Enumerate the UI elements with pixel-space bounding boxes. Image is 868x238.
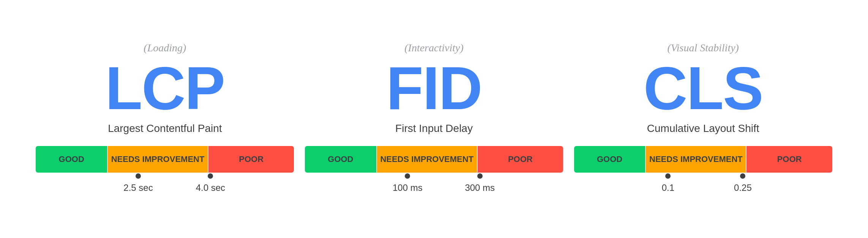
scale-wrapper-cls: GOODNEEDS IMPROVEMENTPOOR0.10.25 (574, 146, 832, 196)
scale-segment-needs-lcp: NEEDS IMPROVEMENT (108, 146, 208, 173)
metric-subtitle-cls: (Visual Stability) (667, 42, 739, 54)
marker-dot (136, 173, 141, 179)
metric-fullname-fid: First Input Delay (395, 122, 473, 135)
marker-dot (208, 173, 213, 179)
metric-card-fid: (Interactivity)FIDFirst Input DelayGOODN… (300, 42, 569, 196)
metrics-container: (Loading)LCPLargest Contentful PaintGOOD… (0, 34, 868, 204)
scale-markers-cls: 0.10.25 (574, 173, 832, 196)
marker-label: 300 ms (465, 182, 495, 193)
marker-dot (740, 173, 745, 179)
scale-bar-fid: GOODNEEDS IMPROVEMENTPOOR (305, 146, 563, 173)
metric-card-lcp: (Loading)LCPLargest Contentful PaintGOOD… (30, 42, 300, 196)
scale-segment-needs-fid: NEEDS IMPROVEMENT (377, 146, 477, 173)
marker-label: 0.1 (662, 182, 674, 193)
metric-acronym-lcp: LCP (105, 58, 224, 119)
marker-1-cls: 0.1 (662, 173, 674, 193)
metric-acronym-fid: FID (386, 58, 482, 119)
scale-segment-poor-fid: POOR (478, 146, 563, 173)
scale-segment-poor-lcp: POOR (208, 146, 294, 173)
metric-fullname-lcp: Largest Contentful Paint (108, 122, 222, 135)
scale-wrapper-fid: GOODNEEDS IMPROVEMENTPOOR100 ms300 ms (305, 146, 563, 196)
scale-bar-lcp: GOODNEEDS IMPROVEMENTPOOR (36, 146, 294, 173)
metric-subtitle-lcp: (Loading) (144, 42, 186, 54)
marker-label: 100 ms (393, 182, 423, 193)
scale-segment-good-fid: GOOD (305, 146, 376, 173)
marker-1-fid: 100 ms (393, 173, 423, 193)
metric-card-cls: (Visual Stability)CLSCumulative Layout S… (568, 42, 838, 196)
scale-segment-good-lcp: GOOD (36, 146, 107, 173)
marker-2-cls: 0.25 (734, 173, 752, 193)
marker-1-lcp: 2.5 sec (123, 173, 153, 193)
scale-bar-cls: GOODNEEDS IMPROVEMENTPOOR (574, 146, 832, 173)
scale-wrapper-lcp: GOODNEEDS IMPROVEMENTPOOR2.5 sec4.0 sec (36, 146, 294, 196)
marker-label: 2.5 sec (123, 182, 153, 193)
marker-dot (665, 173, 671, 179)
scale-segment-good-cls: GOOD (574, 146, 645, 173)
scale-segment-poor-cls: POOR (746, 146, 832, 173)
scale-markers-lcp: 2.5 sec4.0 sec (36, 173, 294, 196)
marker-2-fid: 300 ms (465, 173, 495, 193)
scale-markers-fid: 100 ms300 ms (305, 173, 563, 196)
marker-dot (477, 173, 483, 179)
metric-subtitle-fid: (Interactivity) (404, 42, 463, 54)
marker-label: 0.25 (734, 182, 752, 193)
marker-dot (405, 173, 410, 179)
marker-2-lcp: 4.0 sec (196, 173, 225, 193)
metric-fullname-cls: Cumulative Layout Shift (647, 122, 759, 135)
marker-label: 4.0 sec (196, 182, 225, 193)
scale-segment-needs-cls: NEEDS IMPROVEMENT (646, 146, 746, 173)
metric-acronym-cls: CLS (644, 58, 763, 119)
